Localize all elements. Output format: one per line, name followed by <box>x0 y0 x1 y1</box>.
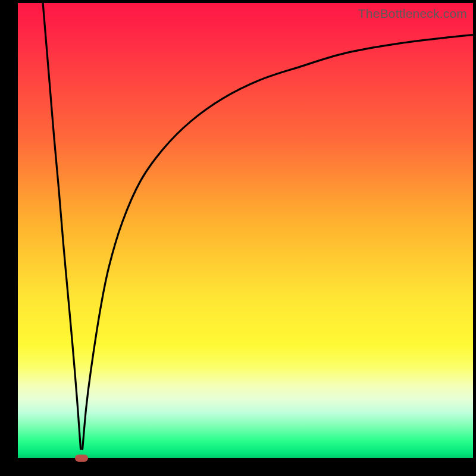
chart-frame: TheBottleneck.com <box>0 0 476 476</box>
curve-right-branch <box>83 35 473 449</box>
optimum-marker <box>75 455 88 462</box>
chart-plot-area: TheBottleneck.com <box>18 3 473 458</box>
curve-left-branch <box>43 3 80 449</box>
bottleneck-curve <box>18 3 473 458</box>
